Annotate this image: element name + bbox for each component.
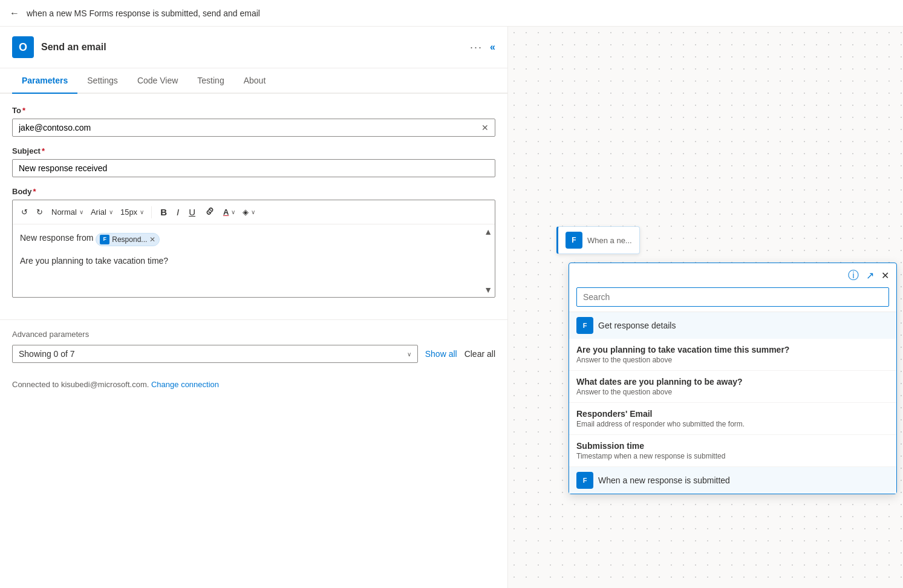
advanced-label: Advanced parameters bbox=[12, 330, 495, 339]
token-remove[interactable]: ✕ bbox=[149, 234, 155, 245]
change-connection-link[interactable]: Change connection bbox=[151, 380, 219, 389]
subject-required-star: * bbox=[42, 146, 45, 155]
info-button[interactable]: ⓘ bbox=[848, 268, 859, 283]
action-header-controls: ··· « bbox=[470, 41, 495, 54]
advanced-row: Showing 0 of 7 ∨ Show all Clear all bbox=[12, 345, 495, 363]
node-icon: F bbox=[566, 232, 582, 249]
show-all-button[interactable]: Show all bbox=[425, 349, 457, 359]
collapse-button[interactable]: « bbox=[490, 42, 495, 53]
font-color-select[interactable]: A ∨ bbox=[221, 206, 238, 218]
advanced-chevron: ∨ bbox=[407, 351, 411, 358]
action-icon: O bbox=[12, 36, 34, 58]
node-icon-letter: F bbox=[572, 236, 576, 244]
tab-settings[interactable]: Settings bbox=[77, 68, 128, 93]
item-1-title: What dates are you planning to be away? bbox=[576, 377, 889, 387]
format-select[interactable]: Normal ∨ bbox=[49, 206, 86, 218]
connection-info: Connected to kisubedi@microsoft.com. Cha… bbox=[0, 373, 507, 396]
scroll-up-button[interactable]: ▲ bbox=[484, 227, 492, 237]
get-response-section: F Get response details bbox=[569, 312, 896, 339]
tab-testing[interactable]: Testing bbox=[187, 68, 233, 93]
footer-section-text: When a new response is submitted bbox=[598, 475, 730, 485]
action-icon-letter: O bbox=[19, 41, 27, 54]
advanced-section: Advanced parameters Showing 0 of 7 ∨ Sho… bbox=[0, 319, 507, 373]
body-field-group: Body* ↺ ↻ Normal ∨ Arial bbox=[12, 187, 495, 298]
font-select[interactable]: Arial ∨ bbox=[88, 206, 116, 218]
item-0-sub: Answer to the question above bbox=[576, 356, 889, 364]
connection-text: Connected to kisubedi@microsoft.com. bbox=[12, 380, 149, 389]
format-chevron: ∨ bbox=[79, 209, 83, 215]
item-2-sub: Email address of responder who submitted… bbox=[576, 420, 889, 428]
to-clear-button[interactable]: ✕ bbox=[481, 123, 489, 132]
expand-button[interactable]: ↗ bbox=[866, 270, 874, 281]
workflow-node-peek: F When a ne... bbox=[556, 226, 640, 254]
main-layout: O Send an email ··· « Parameters Setting… bbox=[0, 27, 903, 588]
to-input-wrapper: ✕ bbox=[12, 119, 495, 137]
advanced-select[interactable]: Showing 0 of 7 ∨ bbox=[12, 345, 418, 363]
editor-content: New response from F Respond... ✕ bbox=[20, 232, 487, 246]
clear-all-button[interactable]: Clear all bbox=[465, 349, 495, 359]
action-header: O Send an email ··· « bbox=[0, 27, 507, 68]
body-label: Body* bbox=[12, 187, 495, 196]
tabs: Parameters Settings Code View Testing Ab… bbox=[0, 68, 507, 94]
undo-button[interactable]: ↺ bbox=[18, 205, 31, 219]
tab-parameters[interactable]: Parameters bbox=[12, 68, 77, 93]
italic-button[interactable]: I bbox=[173, 204, 183, 220]
to-input[interactable] bbox=[19, 123, 481, 132]
redo-button[interactable]: ↻ bbox=[33, 205, 47, 219]
editor-body[interactable]: New response from F Respond... ✕ Are you… bbox=[13, 224, 495, 297]
editor-toolbar: ↺ ↻ Normal ∨ Arial ∨ 15px bbox=[13, 200, 495, 224]
bold-button[interactable]: B bbox=[157, 204, 171, 220]
highlight-chevron: ∨ bbox=[251, 209, 255, 215]
item-3-sub: Timestamp when a new response is submitt… bbox=[576, 452, 889, 460]
link-button[interactable] bbox=[201, 204, 218, 220]
underline-button[interactable]: U bbox=[185, 204, 199, 220]
search-input-wrap bbox=[569, 283, 896, 312]
footer-section: F When a new response is submitted bbox=[569, 467, 896, 494]
item-1-sub: Answer to the question above bbox=[576, 388, 889, 396]
dropdown-item-3[interactable]: Submission time Timestamp when a new res… bbox=[569, 435, 896, 467]
token-label: Respond... bbox=[112, 234, 147, 245]
right-background: F When a ne... ⓘ ↗ ✕ F Get response deta… bbox=[508, 27, 903, 588]
tab-about[interactable]: About bbox=[234, 68, 276, 93]
subject-label: Subject* bbox=[12, 146, 495, 155]
to-field-group: To* ✕ bbox=[12, 106, 495, 137]
dropdown-item-0[interactable]: Are you planning to take vacation time t… bbox=[569, 339, 896, 371]
form-content: To* ✕ Subject* Body* bbox=[0, 94, 507, 319]
body-required-star: * bbox=[33, 187, 36, 196]
to-label: To* bbox=[12, 106, 495, 115]
tab-codeview[interactable]: Code View bbox=[128, 68, 187, 93]
scroll-down-button[interactable]: ▼ bbox=[484, 285, 492, 295]
item-3-title: Submission time bbox=[576, 441, 889, 451]
highlight-icon: ◈ bbox=[243, 207, 249, 217]
dropdown-item-1[interactable]: What dates are you planning to be away? … bbox=[569, 371, 896, 403]
dropdown-panel: ⓘ ↗ ✕ F Get response details Are you pla… bbox=[569, 263, 897, 494]
size-select[interactable]: 15px ∨ bbox=[118, 206, 146, 218]
response-token[interactable]: F Respond... ✕ bbox=[96, 233, 160, 246]
section-icon-1: F bbox=[576, 317, 593, 334]
body-editor: ↺ ↻ Normal ∨ Arial ∨ 15px bbox=[12, 200, 495, 298]
highlight-select[interactable]: ◈ ∨ bbox=[240, 206, 258, 218]
fontcolor-chevron: ∨ bbox=[231, 209, 235, 215]
close-dropdown-button[interactable]: ✕ bbox=[881, 270, 889, 281]
subject-input[interactable] bbox=[19, 163, 489, 173]
left-panel: O Send an email ··· « Parameters Setting… bbox=[0, 27, 508, 588]
dropdown-item-2[interactable]: Responders' Email Email address of respo… bbox=[569, 403, 896, 435]
back-button[interactable]: ← bbox=[10, 8, 19, 19]
item-2-title: Responders' Email bbox=[576, 409, 889, 419]
body-line2: Are you planning to take vacation time? bbox=[20, 256, 487, 266]
font-color-icon: A bbox=[223, 207, 229, 217]
more-options-button[interactable]: ··· bbox=[470, 41, 483, 54]
body-text-prefix: New response from bbox=[20, 233, 96, 243]
subject-field-group: Subject* bbox=[12, 146, 495, 177]
node-text: When a ne... bbox=[587, 236, 632, 245]
page-title: when a new MS Forms response is submitte… bbox=[27, 8, 260, 18]
footer-section-icon: F bbox=[576, 472, 593, 489]
subject-input-wrapper bbox=[12, 159, 495, 177]
dropdown-controls: ⓘ ↗ ✕ bbox=[569, 263, 896, 283]
to-required-star: * bbox=[22, 106, 25, 115]
top-bar: ← when a new MS Forms response is submit… bbox=[0, 0, 903, 27]
action-title: Send an email bbox=[41, 42, 470, 53]
font-chevron: ∨ bbox=[109, 209, 113, 215]
search-input[interactable] bbox=[576, 287, 889, 307]
advanced-select-value: Showing 0 of 7 bbox=[19, 349, 75, 359]
